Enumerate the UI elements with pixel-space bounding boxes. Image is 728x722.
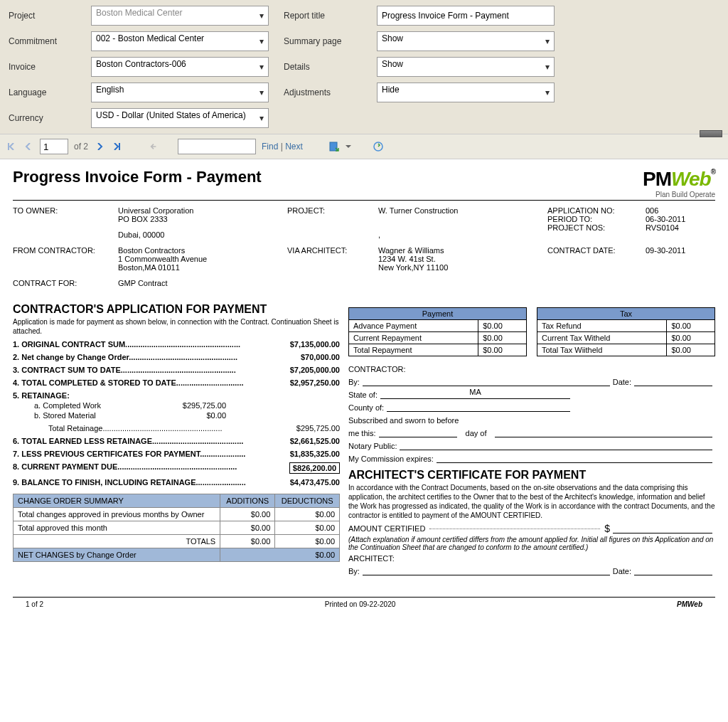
sig-state-val: MA xyxy=(469,388,481,396)
line5t-label: Total Retainage.........................… xyxy=(48,424,223,432)
page-of-label: of 2 xyxy=(74,142,88,152)
label-currency: Currency xyxy=(9,113,80,123)
sig-day-of: day of xyxy=(466,429,487,437)
next-link[interactable]: Next xyxy=(285,142,303,152)
table-row: Current Repayment$0.00 xyxy=(349,332,527,344)
line6-label: 6. TOTAL EARNED LESS RETAINAGE..........… xyxy=(13,437,243,445)
app-no-label: APPLICATION NO: xyxy=(547,206,640,215)
select-commitment-value: 002 - Boston Medical Center xyxy=(96,33,204,43)
table-row: NET CHANGES by Change Order$0.00 xyxy=(14,548,340,562)
tax-header: Tax xyxy=(537,308,715,320)
pay-r2v: $0.00 xyxy=(478,332,527,344)
footer-brand: PMWeb xyxy=(677,600,702,608)
app-title: CONTRACTOR'S APPLICATION FOR PAYMENT xyxy=(13,303,340,316)
table-row: Tax Refund$0.00 xyxy=(537,320,715,332)
line6-val: $2,661,525.00 xyxy=(290,437,340,445)
select-language-value: English xyxy=(96,85,124,95)
contract-date-label: CONTRACT DATE: xyxy=(547,246,640,272)
logo-reg: ® xyxy=(711,168,715,176)
refresh-icon[interactable] xyxy=(373,141,384,152)
signature-block: CONTRACTOR: By: Date: State of:MA County… xyxy=(348,365,715,463)
label-invoice: Invoice xyxy=(9,62,80,72)
line8-label: 8. CURRENT PAYMENT DUE..................… xyxy=(13,462,237,474)
drag-handle[interactable] xyxy=(700,130,722,137)
pay-r1l: Advance Payment xyxy=(349,320,478,332)
select-language[interactable]: English xyxy=(91,83,269,102)
line5a-label: a. Completed Work xyxy=(34,401,101,410)
export-dropdown-icon[interactable] xyxy=(343,141,354,152)
input-report-title[interactable] xyxy=(377,6,555,26)
label-language: Language xyxy=(9,87,80,97)
label-project: Project xyxy=(9,11,80,21)
line8-val: $826,200.00 xyxy=(289,462,340,474)
co-h3: DEDUCTIONS xyxy=(275,494,340,508)
find-link[interactable]: Find xyxy=(262,142,278,152)
line5b-val: $0.00 xyxy=(206,411,226,420)
select-currency-value: USD - Dollar (United States of America) xyxy=(96,110,246,120)
payment-header: Payment xyxy=(349,308,527,320)
amount-cert-dollar: $ xyxy=(604,523,610,534)
footer-printed: Printed on 09-22-2020 xyxy=(325,600,396,608)
line9-label: 9. BALANCE TO FINISH, INCLUDING RETAINAG… xyxy=(13,478,246,487)
sig-date-label: Date: xyxy=(613,378,631,386)
logo-pm: PM xyxy=(643,168,671,190)
sig-commission: My Commission expires: xyxy=(348,455,434,463)
svg-rect-0 xyxy=(330,142,337,151)
project-label: PROJECT: xyxy=(287,206,373,239)
select-summary-value: Show xyxy=(382,33,403,43)
export-icon[interactable] xyxy=(328,141,340,152)
co-r3-add: $0.00 xyxy=(220,535,275,548)
arch-date-label: Date: xyxy=(613,567,631,575)
prev-page-button[interactable] xyxy=(23,141,34,152)
select-adjustments[interactable]: Hide xyxy=(377,83,555,102)
next-page-button[interactable] xyxy=(94,141,105,152)
pay-r3l: Total Repayment xyxy=(349,344,478,356)
select-summary-page[interactable]: Show xyxy=(377,31,555,51)
co-r2-ded: $0.00 xyxy=(275,521,340,535)
table-row: Total Tax Wiitheld$0.00 xyxy=(537,344,715,356)
select-details[interactable]: Show xyxy=(377,57,555,77)
line4-label: 4. TOTAL COMPLETED & STORED TO DATE.....… xyxy=(13,378,244,387)
co-r1-ded: $0.00 xyxy=(275,508,340,521)
amount-cert-label: AMOUNT CERTIFIED xyxy=(348,524,425,533)
tax-r1v: $0.00 xyxy=(667,320,715,332)
last-page-button[interactable] xyxy=(111,141,122,152)
arch-text: In accordance with the Contract Document… xyxy=(348,483,715,520)
line9-val: $4,473,475.00 xyxy=(290,478,340,487)
period: 06-30-2011 xyxy=(646,215,724,223)
select-invoice[interactable]: Boston Contractors-006 xyxy=(91,57,269,77)
line2-label: 2. Net change by Change Order...........… xyxy=(13,353,237,361)
tax-table: Tax Tax Refund$0.00 Current Tax Witheld$… xyxy=(537,307,715,356)
app-no: 006 xyxy=(646,206,724,215)
co-r4-val: $0.00 xyxy=(220,548,340,562)
sig-notary: Notary Public: xyxy=(348,442,397,450)
sig-county-label: County of: xyxy=(348,403,384,412)
via-addr1: 1234 W. 41st St. xyxy=(378,255,542,263)
select-project[interactable]: Boston Medical Center xyxy=(91,6,269,26)
logo-web: Web xyxy=(671,168,711,190)
label-details: Details xyxy=(284,62,365,72)
co-r2-label: Total approved this month xyxy=(14,521,220,535)
tax-r3l: Total Tax Wiitheld xyxy=(537,344,667,356)
sig-sworn: Subscribed and sworn to before xyxy=(348,416,715,425)
filter-panel: Project Boston Medical Center Report tit… xyxy=(0,0,728,134)
line5t-val: $295,725.00 xyxy=(296,424,340,432)
payment-table: Payment Advance Payment$0.00 Current Rep… xyxy=(348,307,527,356)
select-commitment[interactable]: 002 - Boston Medical Center xyxy=(91,31,269,51)
co-r3-label: TOTALS xyxy=(14,535,220,548)
table-row: Total Repayment$0.00 xyxy=(349,344,527,356)
line3-val: $7,205,000.00 xyxy=(290,366,340,374)
logo-tagline: Plan Build Operate xyxy=(643,191,715,198)
first-page-button[interactable] xyxy=(6,141,17,152)
sig-me-this: me this: xyxy=(348,429,376,437)
sig-by-label: By: xyxy=(348,378,360,386)
co-r4-label: NET CHANGES by Change Order xyxy=(14,548,220,562)
back-parent-button[interactable] xyxy=(148,141,159,152)
logo: PMWeb® Plan Build Operate xyxy=(643,168,715,198)
line4-val: $2,957,250.00 xyxy=(290,378,340,387)
find-input[interactable] xyxy=(178,139,256,154)
select-currency[interactable]: USD - Dollar (United States of America) xyxy=(91,108,269,128)
page-input[interactable] xyxy=(40,139,68,154)
to-owner-addr1: PO BOX 2333 xyxy=(118,215,282,223)
from-name: Boston Contractors xyxy=(118,246,282,255)
